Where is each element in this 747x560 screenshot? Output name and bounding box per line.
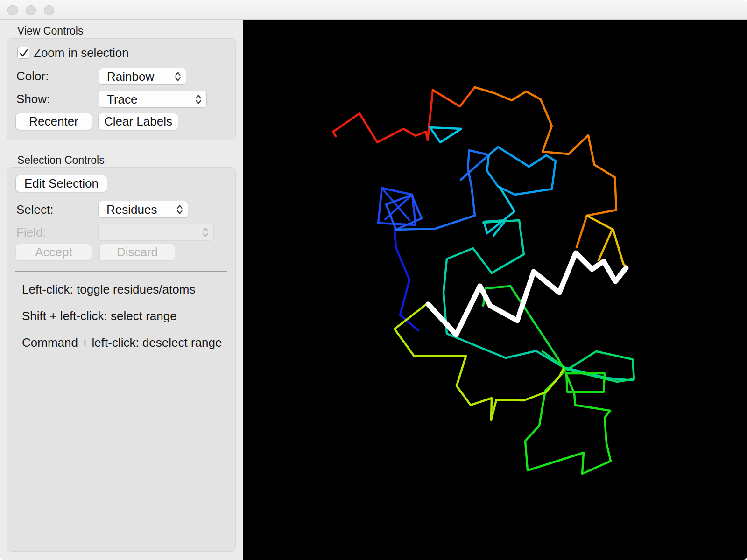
- instruction-command-click: Command + left-click: deselect range: [22, 336, 222, 349]
- checkmark-icon: [18, 48, 29, 59]
- trace-royal-diag-2: [385, 195, 412, 219]
- trace-cyan-squiggle: [484, 187, 514, 236]
- popup-chevrons-icon: [176, 203, 183, 216]
- selection-controls-title: Selection Controls: [17, 154, 105, 167]
- select-label: Select:: [16, 203, 54, 216]
- show-popup-value: Trace: [107, 93, 138, 105]
- instruction-shift-click: Shift + left-click: select range: [22, 310, 177, 322]
- protein-viewport[interactable]: [243, 20, 747, 560]
- field-popup: [98, 224, 214, 241]
- field-label: Field:: [16, 226, 46, 238]
- title-bar[interactable]: [0, 0, 747, 20]
- view-controls-title: View Controls: [17, 25, 83, 37]
- trace-cyan-hat: [430, 127, 461, 142]
- app-window: View Controls Zoom in selection Color: R…: [0, 0, 747, 560]
- divider: [15, 271, 227, 272]
- instruction-left-click: Left-click: toggle residues/atoms: [22, 283, 195, 295]
- zoom-in-selection-label: Zoom in selection: [34, 47, 129, 59]
- show-popup[interactable]: Trace: [99, 91, 207, 108]
- color-label: Color:: [16, 70, 49, 82]
- color-popup[interactable]: Rainbow: [99, 68, 186, 85]
- edit-selection-button[interactable]: Edit Selection: [15, 175, 107, 192]
- select-popup[interactable]: Residues: [98, 201, 188, 218]
- trace-red-orange: [433, 87, 475, 106]
- trace-green-diagonal: [483, 286, 558, 358]
- show-label: Show:: [16, 93, 50, 105]
- zoom-in-selection-checkbox[interactable]: [17, 47, 29, 59]
- discard-button: Discard: [99, 244, 175, 261]
- close-button[interactable]: [7, 5, 18, 15]
- clear-labels-button[interactable]: Clear Labels: [98, 113, 178, 130]
- trace-deepsky: [487, 147, 556, 195]
- accept-button: Accept: [15, 244, 92, 261]
- color-popup-value: Rainbow: [107, 70, 154, 83]
- minimize-button[interactable]: [26, 5, 36, 15]
- trace-selected-white: [428, 253, 626, 335]
- zoom-button[interactable]: [44, 5, 54, 15]
- trace-orange: [475, 87, 616, 247]
- select-popup-value: Residues: [106, 203, 157, 216]
- trace-dark-blue: [395, 230, 418, 330]
- popup-chevrons-icon: [202, 226, 209, 238]
- popup-chevrons-icon: [174, 70, 182, 83]
- popup-chevrons-icon: [195, 93, 202, 105]
- trace-dodger: [396, 150, 489, 230]
- trace-gold-b: [599, 231, 612, 260]
- recenter-button[interactable]: Recenter: [15, 113, 92, 130]
- trace-red: [333, 90, 433, 142]
- molecule-svg: [243, 20, 747, 560]
- trace-chartreuse: [395, 303, 564, 420]
